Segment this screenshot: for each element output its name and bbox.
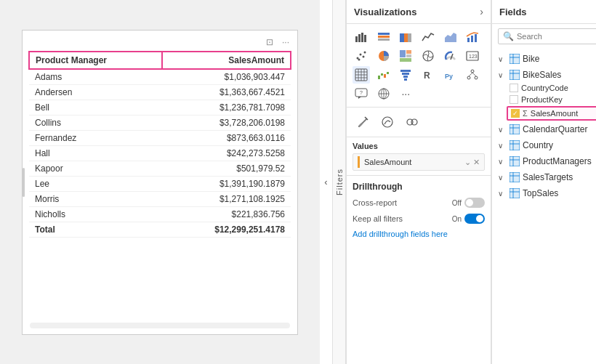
svg-text:R: R (424, 70, 430, 81)
viz-py-icon[interactable]: Py (442, 66, 459, 84)
middle-wrapper: ‹ Filters Visualizations › (320, 0, 491, 364)
field-group-name: BikeSales (523, 70, 596, 80)
drillthrough-section: Drillthrough Cross-report Off Keep all f… (347, 175, 491, 244)
table-container: ⊡ ··· Product Manager SalesAmount Adams … (22, 30, 298, 335)
svg-point-18 (358, 59, 361, 61)
viz-scatter-icon[interactable] (353, 47, 370, 65)
field-item[interactable]: ProductKey (492, 94, 596, 105)
field-group-header[interactable]: ∨CalendarQuarter (492, 122, 596, 137)
field-item[interactable]: CountryCode (492, 82, 596, 94)
cross-report-row: Cross-report Off (353, 198, 485, 208)
cross-report-track[interactable] (464, 198, 485, 208)
value-chip-down[interactable]: ⌄ (464, 158, 471, 167)
field-type-icon (510, 70, 520, 80)
collapse-left-arrow[interactable]: ‹ (320, 0, 333, 364)
field-checkbox[interactable] (510, 84, 518, 92)
more-icon[interactable]: ··· (280, 36, 291, 48)
viz-pie-icon[interactable] (375, 47, 392, 65)
keep-filters-track[interactable] (464, 214, 485, 224)
format-brush-icon[interactable] (353, 112, 373, 132)
svg-rect-64 (510, 70, 520, 80)
field-checkbox[interactable]: ✓ (511, 109, 520, 118)
cross-report-toggle[interactable]: Off (452, 198, 485, 208)
format-analytics-icon[interactable] (377, 112, 398, 132)
viz-more-icon[interactable]: ··· (397, 85, 414, 102)
total-row: Total $12,299,251.4178 (29, 222, 291, 237)
field-group: ∨Country (492, 138, 596, 153)
col-header-manager: Product Manager (29, 52, 162, 69)
chevron-icon: ∨ (498, 158, 507, 166)
svg-text:?: ? (360, 90, 363, 95)
chevron-icon: ∨ (498, 126, 507, 134)
svg-rect-84 (510, 188, 520, 198)
table-toolbar: ⊡ ··· (28, 36, 291, 48)
field-checkbox[interactable] (510, 95, 518, 104)
svg-rect-80 (510, 172, 520, 182)
field-type-icon (510, 140, 520, 150)
viz-bar-icon[interactable] (353, 28, 370, 46)
field-group-header[interactable]: ∨ProductManagers (492, 154, 596, 169)
filters-tab[interactable]: Filters (333, 0, 346, 364)
viz-map-icon[interactable] (419, 47, 437, 65)
field-item[interactable]: ✓ΣSalesAmount (507, 106, 596, 121)
viz-treemap-icon[interactable] (397, 47, 414, 65)
viz-line-icon[interactable] (419, 28, 437, 46)
svg-line-48 (469, 73, 472, 76)
field-group: ∨Bike (492, 52, 596, 66)
add-drillthrough-btn[interactable]: Add drillthrough fields here (353, 230, 485, 238)
expand-icon[interactable]: ⊡ (264, 36, 275, 48)
format-fields-icon[interactable] (402, 112, 422, 132)
field-type-icon (510, 54, 520, 64)
keep-filters-knob (476, 215, 483, 222)
value-chip[interactable]: SalesAmount ⌄ ✕ (353, 153, 485, 171)
viz-waterfall-icon[interactable] (375, 66, 392, 84)
svg-rect-35 (378, 76, 380, 79)
svg-point-59 (411, 119, 417, 125)
viz-qna-icon[interactable]: ? (353, 85, 370, 102)
viz-stacked-bar-icon[interactable] (375, 28, 392, 46)
field-name: CountryCode (521, 84, 568, 92)
panel-expand-arrow[interactable]: › (480, 6, 483, 17)
viz-icons-grid: 123 R Py ? (347, 24, 491, 108)
field-group-header[interactable]: ∨BikeSales (492, 68, 596, 82)
value-chip-close[interactable]: ✕ (473, 158, 480, 167)
viz-area-icon[interactable] (442, 28, 459, 46)
value-chip-icons: ⌄ ✕ (464, 158, 480, 167)
keep-filters-label: Keep all filters (353, 214, 403, 223)
field-group-name: CalendarQuarter (523, 124, 596, 134)
field-group-header[interactable]: ∨Country (492, 138, 596, 153)
search-input[interactable] (517, 32, 596, 41)
viz-gauge-icon[interactable] (442, 47, 459, 65)
svg-rect-42 (404, 78, 407, 81)
svg-rect-12 (471, 36, 473, 42)
viz-combo-icon[interactable] (464, 28, 481, 46)
svg-rect-23 (400, 58, 411, 62)
chevron-icon: ∨ (498, 190, 507, 198)
viz-card-icon[interactable]: 123 (464, 47, 481, 65)
svg-point-46 (467, 76, 470, 79)
row-name: Nicholls (29, 206, 162, 222)
fields-header: Fields › (492, 0, 596, 24)
left-panel: ⊡ ··· Product Manager SalesAmount Adams … (0, 0, 320, 364)
viz-r-icon[interactable]: R (419, 66, 437, 84)
field-group-header[interactable]: ∨SalesTargets (492, 170, 596, 185)
svg-rect-41 (403, 76, 408, 78)
row-value: $1,391,190.1879 (162, 176, 291, 191)
viz-matrix-icon[interactable] (353, 66, 370, 84)
svg-rect-0 (355, 36, 358, 42)
row-name: Kapoor (29, 161, 162, 176)
svg-rect-60 (510, 54, 520, 64)
viz-100-bar-icon[interactable] (397, 28, 414, 46)
viz-globe-icon[interactable] (375, 85, 392, 102)
table-scrollbar[interactable] (30, 323, 290, 328)
viz-funnel-icon[interactable] (397, 66, 414, 84)
field-group-header[interactable]: ∨Bike (492, 52, 596, 66)
svg-rect-4 (378, 33, 390, 35)
row-value: $501,979.52 (162, 161, 291, 176)
field-group-header[interactable]: ∨TopSales (492, 186, 596, 201)
svg-rect-72 (510, 140, 520, 150)
keep-filters-toggle[interactable]: On (452, 214, 485, 224)
viz-decomp-icon[interactable] (464, 66, 481, 84)
search-icon: 🔍 (503, 31, 514, 41)
svg-rect-20 (400, 50, 406, 57)
